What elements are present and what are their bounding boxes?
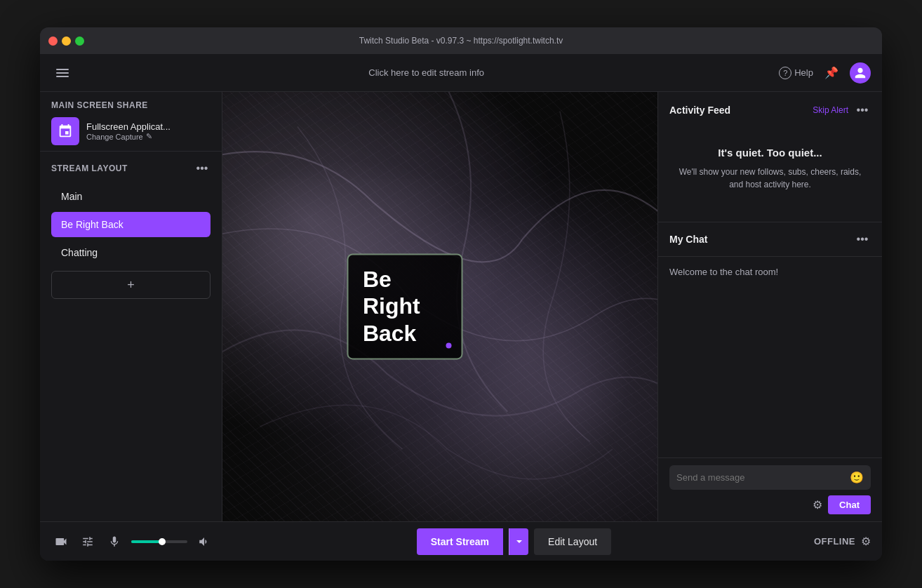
preview-area: Be Right Back <box>222 92 657 521</box>
change-capture-label: Change Capture <box>86 133 143 141</box>
activity-actions: Skip Alert ••• <box>813 102 871 119</box>
layout-section-title: Stream Layout <box>51 163 128 173</box>
sidebar: Main Screen Share Fullscreen Applicat...… <box>40 92 222 521</box>
sidebar-toggle-button[interactable] <box>51 62 74 84</box>
sidebar-toggle-icon <box>56 69 69 77</box>
start-stream-button[interactable]: Start Stream <box>417 528 503 555</box>
app-window: Twitch Studio Beta - v0.97.3 ~ https://s… <box>40 27 882 561</box>
skip-alert-button[interactable]: Skip Alert <box>813 105 848 115</box>
activity-feed-title: Activity Feed <box>669 105 730 116</box>
bottom-right: OFFLINE ⚙ <box>814 535 871 548</box>
activity-feed: Activity Feed Skip Alert ••• It's quiet.… <box>658 92 882 222</box>
change-capture-button[interactable]: Change Capture ✎ <box>86 132 211 141</box>
capture-section: Main Screen Share Fullscreen Applicat...… <box>40 92 222 152</box>
layout-header: Stream Layout ••• <box>51 160 211 177</box>
window-title: Twitch Studio Beta - v0.97.3 ~ https://s… <box>359 36 563 46</box>
bottom-controls-left <box>51 535 214 549</box>
maximize-button[interactable] <box>75 36 84 46</box>
stream-info-button[interactable]: Click here to edit stream info <box>368 67 484 78</box>
bottom-bar: Start Stream Edit Layout OFFLINE ⚙ <box>40 521 882 561</box>
activity-empty-title: It's quiet. Too quiet... <box>676 147 864 159</box>
help-label: Help <box>794 67 813 78</box>
chat-header: My Chat ••• <box>658 222 882 257</box>
help-button[interactable]: ? Help <box>779 67 813 79</box>
header-left <box>51 62 74 84</box>
layout-options-button[interactable]: ••• <box>194 160 211 177</box>
chat-input[interactable] <box>676 472 844 483</box>
volume-bar[interactable] <box>131 540 187 543</box>
activity-empty-desc: We'll show your new follows, subs, cheer… <box>676 166 864 191</box>
activity-empty-state: It's quiet. Too quiet... We'll show your… <box>669 133 871 212</box>
chat-options-button[interactable]: ••• <box>854 231 871 248</box>
activity-options-button[interactable]: ••• <box>854 102 871 119</box>
chat-messages: Welcome to the chat room! <box>658 257 882 457</box>
brb-text: Be Right Back <box>363 266 448 347</box>
mic-icon[interactable] <box>105 535 124 548</box>
brb-dot <box>446 343 452 349</box>
chat-welcome-message: Welcome to the chat room! <box>669 267 778 277</box>
main-content: Main Screen Share Fullscreen Applicat...… <box>40 92 882 521</box>
my-chat: My Chat ••• Welcome to the chat room! 🙂 … <box>658 222 882 521</box>
capture-section-title: Main Screen Share <box>51 100 211 110</box>
sidebar-item-main[interactable]: Main <box>51 184 211 209</box>
volume-slider[interactable] <box>131 540 187 543</box>
sidebar-item-be-right-back[interactable]: Be Right Back <box>51 212 211 237</box>
emoji-button[interactable]: 🙂 <box>850 471 864 484</box>
minimize-button[interactable] <box>62 36 71 46</box>
brb-overlay: Be Right Back <box>347 253 463 359</box>
right-panel: Activity Feed Skip Alert ••• It's quiet.… <box>657 92 882 521</box>
capture-icon <box>51 117 79 145</box>
settings-sliders-icon[interactable] <box>78 535 98 548</box>
volume-fill <box>131 540 162 543</box>
edit-layout-button[interactable]: Edit Layout <box>534 528 611 555</box>
add-layout-button[interactable]: + <box>51 271 211 299</box>
offline-badge: OFFLINE <box>814 536 855 547</box>
center-controls: Start Stream Edit Layout <box>417 528 611 555</box>
settings-button[interactable]: ⚙ <box>861 535 871 548</box>
chat-button[interactable]: Chat <box>828 495 871 514</box>
avatar[interactable] <box>850 62 871 83</box>
traffic-lights <box>48 36 84 46</box>
stream-dropdown-button[interactable] <box>509 528 528 555</box>
header-right: ? Help 📌 <box>779 62 871 83</box>
capture-info: Fullscreen Applicat... Change Capture ✎ <box>86 121 211 141</box>
header: Click here to edit stream info ? Help 📌 <box>40 54 882 92</box>
edit-icon: ✎ <box>146 132 152 141</box>
chat-title: My Chat <box>669 234 707 245</box>
help-circle-icon: ? <box>779 67 791 79</box>
pin-icon[interactable]: 📌 <box>824 66 839 79</box>
layout-section: Stream Layout ••• Main Be Right Back Cha… <box>40 152 222 521</box>
chat-input-wrapper: 🙂 <box>669 465 871 490</box>
close-button[interactable] <box>48 36 58 46</box>
chat-input-area: 🙂 ⚙ Chat <box>658 457 882 521</box>
camera-icon[interactable] <box>51 535 71 549</box>
sidebar-item-chatting[interactable]: Chatting <box>51 240 211 265</box>
titlebar: Twitch Studio Beta - v0.97.3 ~ https://s… <box>40 27 882 54</box>
speaker-icon[interactable] <box>194 535 214 548</box>
activity-header: Activity Feed Skip Alert ••• <box>669 102 871 119</box>
chat-footer: ⚙ Chat <box>669 495 871 514</box>
capture-name: Fullscreen Applicat... <box>86 121 211 132</box>
layout-items: Main Be Right Back Chatting <box>51 184 211 265</box>
chat-settings-icon[interactable]: ⚙ <box>813 498 822 512</box>
capture-item: Fullscreen Applicat... Change Capture ✎ <box>51 117 211 145</box>
volume-thumb <box>159 538 166 545</box>
